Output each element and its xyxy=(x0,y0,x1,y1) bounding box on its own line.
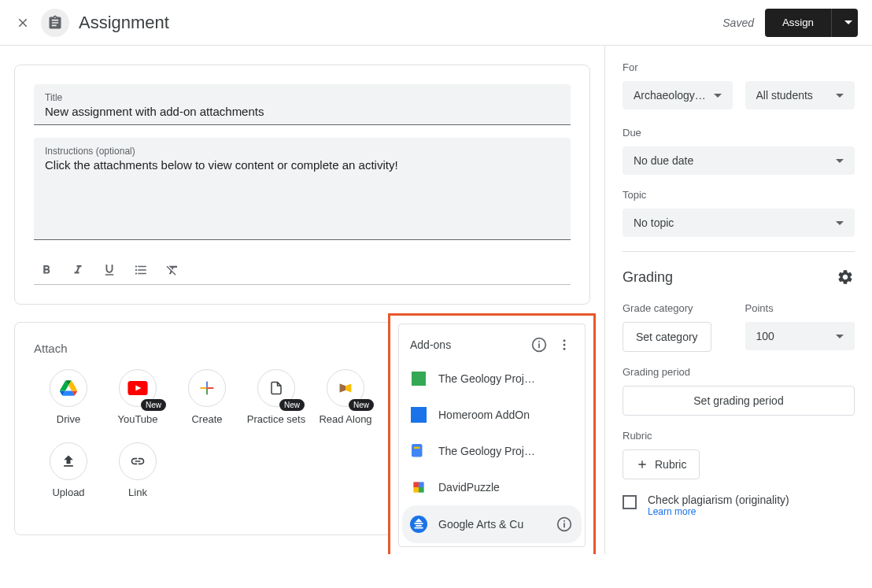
addon-item[interactable]: The Geology Proj… xyxy=(399,361,585,397)
addon-icon xyxy=(410,516,427,533)
set-category-button[interactable]: Set category xyxy=(623,322,711,352)
class-select[interactable]: Archaeology … xyxy=(623,81,733,109)
close-icon[interactable] xyxy=(14,14,31,31)
addon-icon xyxy=(410,479,427,496)
chevron-down-icon xyxy=(836,94,844,98)
new-badge: New xyxy=(141,399,166,411)
divider xyxy=(623,251,855,252)
attach-label: Read Along xyxy=(319,413,371,427)
instructions-input[interactable]: Click the attachments below to view cont… xyxy=(45,158,560,172)
link-icon xyxy=(119,442,157,480)
instructions-field[interactable]: Instructions (optional) Click the attach… xyxy=(34,138,571,240)
title-input[interactable] xyxy=(45,105,560,118)
attach-label: Upload xyxy=(52,486,84,500)
bold-button[interactable] xyxy=(37,261,56,279)
chevron-down-icon xyxy=(714,94,722,98)
plagiarism-label: Check plagiarism (originality) xyxy=(648,494,789,506)
grade-category-label: Grade category xyxy=(623,302,733,314)
topic-label: Topic xyxy=(623,189,855,201)
saved-status: Saved xyxy=(722,17,754,29)
assign-dropdown[interactable] xyxy=(831,9,858,37)
addon-item[interactable]: Homeroom AddOn xyxy=(399,397,585,433)
clear-format-button[interactable] xyxy=(163,261,182,279)
svg-rect-4 xyxy=(412,372,426,386)
attach-drive[interactable]: Drive xyxy=(34,369,103,427)
new-badge: New xyxy=(349,399,374,411)
addons-list[interactable]: The Geology Proj… Homeroom AddOn The Geo… xyxy=(399,361,585,546)
drive-icon xyxy=(50,369,87,407)
info-icon[interactable] xyxy=(530,335,549,354)
attach-youtube[interactable]: New YouTube xyxy=(103,369,172,427)
due-select[interactable]: No due date xyxy=(623,146,855,175)
title-field[interactable]: Title xyxy=(34,84,571,125)
attach-upload[interactable]: Upload xyxy=(34,442,103,500)
chevron-down-icon xyxy=(836,159,844,163)
addon-item[interactable]: Google Arts & Cu xyxy=(402,505,582,543)
attach-label: Drive xyxy=(57,413,80,427)
addon-label: The Geology Proj… xyxy=(438,445,574,457)
topic-select[interactable]: No topic xyxy=(623,209,855,237)
learn-more-link[interactable]: Learn more xyxy=(648,506,789,517)
addons-title: Add-ons xyxy=(410,338,523,351)
assignment-icon xyxy=(41,9,69,37)
addon-label: Google Arts & Cu xyxy=(438,518,544,531)
attach-label: Link xyxy=(128,486,147,500)
format-toolbar xyxy=(34,253,571,285)
create-icon xyxy=(188,369,226,407)
attach-read-along[interactable]: New Read Along xyxy=(311,369,380,427)
students-select[interactable]: All students xyxy=(745,81,855,109)
addon-icon xyxy=(410,406,427,423)
main: Title Instructions (optional) Click the … xyxy=(0,46,872,554)
svg-point-1 xyxy=(563,339,566,342)
attach-grid: Drive New YouTube Create xyxy=(34,369,380,516)
rubric-label: Rubric xyxy=(623,430,855,442)
addon-label: Homeroom AddOn xyxy=(438,409,574,421)
grading-header: Grading xyxy=(623,268,855,287)
italic-button[interactable] xyxy=(68,261,87,279)
page-title: Assignment xyxy=(79,13,169,33)
addon-item[interactable]: DavidPuzzle xyxy=(399,469,585,505)
grading-title: Grading xyxy=(623,269,673,286)
plagiarism-row: Check plagiarism (originality) Learn mor… xyxy=(623,494,855,517)
attach-label: Create xyxy=(191,413,222,427)
assign-button-group: Assign xyxy=(765,9,858,37)
underline-button[interactable] xyxy=(100,261,119,279)
addons-panel: Add-ons The Geology Proj… xyxy=(388,313,596,554)
attach-label: Practice sets xyxy=(247,413,305,427)
addon-label: DavidPuzzle xyxy=(438,481,574,494)
instructions-label: Instructions (optional) xyxy=(45,146,560,157)
svg-rect-6 xyxy=(412,444,423,457)
gear-icon[interactable] xyxy=(836,268,855,287)
assign-button[interactable]: Assign xyxy=(765,9,831,37)
left-column: Title Instructions (optional) Click the … xyxy=(0,46,604,554)
grading-period-label: Grading period xyxy=(623,366,855,378)
svg-rect-7 xyxy=(414,447,420,449)
content-card: Title Instructions (optional) Click the … xyxy=(14,65,590,305)
rubric-button[interactable]: Rubric xyxy=(623,449,700,479)
addon-label: The Geology Proj… xyxy=(438,372,574,385)
list-button[interactable] xyxy=(131,261,150,279)
chevron-down-icon xyxy=(836,335,844,338)
addon-icon xyxy=(410,442,427,460)
upload-icon xyxy=(50,442,87,480)
svg-point-2 xyxy=(563,344,566,346)
set-grading-period-button[interactable]: Set grading period xyxy=(623,386,855,416)
for-label: For xyxy=(623,61,855,73)
attach-create[interactable]: Create xyxy=(172,369,242,427)
due-label: Due xyxy=(623,127,855,139)
chevron-down-icon xyxy=(836,221,844,225)
info-icon[interactable] xyxy=(555,515,574,534)
header: Assignment Saved Assign xyxy=(0,0,872,46)
addons-header: Add-ons xyxy=(399,324,585,361)
attach-label: YouTube xyxy=(117,413,157,427)
points-select[interactable]: 100 xyxy=(745,322,855,350)
plagiarism-checkbox[interactable] xyxy=(623,495,637,509)
addon-item[interactable]: The Geology Proj… xyxy=(399,433,585,469)
attach-practice-sets[interactable]: New Practice sets xyxy=(242,369,311,427)
attach-card: Attach Drive New YouTube xyxy=(14,322,590,535)
svg-point-3 xyxy=(563,348,566,350)
attach-link[interactable]: Link xyxy=(103,442,172,500)
svg-rect-5 xyxy=(411,407,427,423)
title-label: Title xyxy=(45,92,560,103)
more-icon[interactable] xyxy=(555,335,574,354)
